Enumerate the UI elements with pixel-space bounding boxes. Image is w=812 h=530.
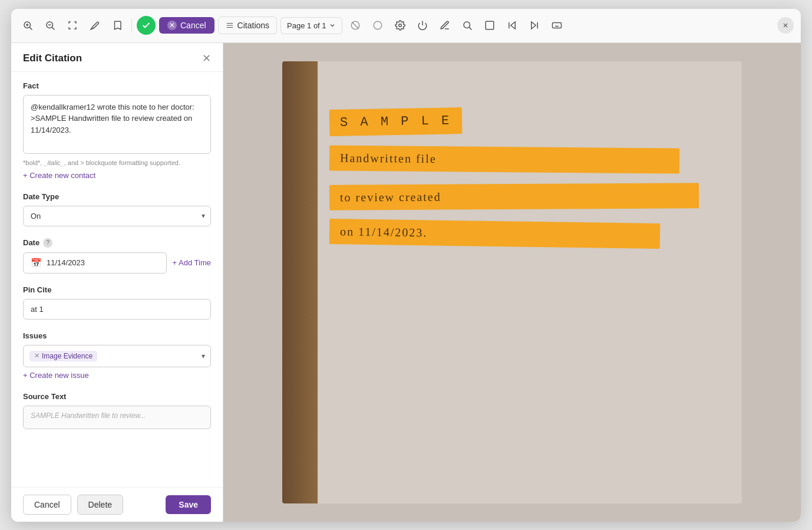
rect-button[interactable] (480, 16, 499, 35)
date-label: Date (23, 238, 39, 247)
search-button[interactable] (458, 16, 477, 35)
calendar-icon: 📅 (31, 258, 42, 268)
sticky-note-text-1: S A M P L E (340, 113, 452, 130)
pin-cite-field-group: Pin Cite (23, 285, 211, 320)
sticky-note-1: S A M P L E (329, 107, 463, 136)
settings-button[interactable] (391, 16, 410, 35)
svg-point-15 (464, 22, 470, 28)
svg-rect-22 (552, 23, 561, 28)
formatting-hint: *bold*, _italic_, and > blockquote forma… (23, 159, 211, 167)
svg-point-13 (398, 24, 401, 27)
page-indicator[interactable]: Page 1 of 1 (280, 17, 342, 34)
date-type-select[interactable]: On Before After Between Around (23, 206, 211, 226)
sticky-note-text-3: to review created (340, 189, 688, 204)
svg-line-1 (29, 27, 32, 29)
sticky-note-text-2: Handwritten file (340, 151, 669, 167)
app-window: ✕ Cancel Citations Page 1 of 1 (11, 9, 801, 522)
panel-header: Edit Citation ✕ (11, 43, 223, 72)
panel-body: Fact @kendallkramer12 wrote this note to… (11, 72, 223, 487)
sticky-note-4: on 11/14/2023. (329, 219, 661, 249)
pen-tool-button[interactable] (85, 16, 104, 35)
issues-tag-label: Image Evidence (42, 352, 93, 360)
source-text-label: Source Text (23, 392, 211, 401)
tag-chip-close-icon[interactable]: ✕ (34, 352, 39, 360)
zoom-out-button[interactable] (41, 16, 60, 35)
fact-field-group: Fact @kendallkramer12 wrote this note to… (23, 81, 211, 180)
zoom-in-button[interactable] (18, 16, 37, 35)
power-button[interactable] (413, 16, 432, 35)
svg-rect-17 (486, 21, 494, 29)
document-panel: S A M P L E Handwritten file to review c… (223, 43, 801, 522)
date-input-wrapper: 📅 (23, 252, 167, 274)
svg-line-5 (52, 27, 54, 29)
footer-delete-button[interactable]: Delete (77, 495, 123, 515)
svg-line-16 (469, 27, 471, 29)
date-row: 📅 + Add Time (23, 252, 211, 274)
issues-select-box[interactable]: ✕ Image Evidence ▾ (23, 345, 211, 367)
create-issue-link[interactable]: + Create new issue (23, 371, 89, 380)
date-field-group: Date ? 📅 + Add Time (23, 238, 211, 274)
issues-select-wrapper: ✕ Image Evidence ▾ (23, 345, 211, 367)
page-label: Page 1 of 1 (287, 21, 326, 30)
keyboard-button[interactable] (547, 16, 566, 35)
prev-page-button[interactable] (503, 16, 521, 35)
handwritten-content: S A M P L E Handwritten file to review c… (329, 108, 718, 456)
date-type-select-wrapper: On Before After Between Around ▾ (23, 206, 211, 226)
source-text-field-group: Source Text SAMPLE Handwritten file to r… (23, 392, 211, 429)
cancel-toolbar-button[interactable]: ✕ Cancel (159, 17, 214, 34)
undo-circle-button[interactable] (368, 16, 387, 35)
panel-footer: Cancel Delete Save (11, 487, 223, 522)
pencil-button[interactable] (435, 16, 454, 35)
pin-cite-input[interactable] (23, 299, 211, 320)
pin-cite-label: Pin Cite (23, 285, 211, 294)
window-close-button[interactable] (777, 17, 794, 34)
panel-close-button[interactable]: ✕ (202, 53, 211, 64)
toolbar: ✕ Cancel Citations Page 1 of 1 (11, 9, 801, 43)
svg-marker-18 (510, 22, 515, 29)
issues-label: Issues (23, 331, 211, 340)
fit-page-button[interactable] (63, 16, 82, 35)
citations-button[interactable]: Citations (218, 17, 277, 34)
fact-textarea[interactable]: @kendallkramer12 wrote this note to her … (23, 95, 211, 154)
footer-cancel-button[interactable]: Cancel (23, 495, 71, 515)
svg-marker-20 (531, 22, 536, 29)
fact-label: Fact (23, 81, 211, 90)
document-page: S A M P L E Handwritten file to review c… (282, 61, 742, 503)
bookmark-button[interactable] (108, 16, 127, 35)
svg-point-12 (374, 21, 382, 29)
panel-title: Edit Citation (23, 52, 82, 64)
main-content: Edit Citation ✕ Fact @kendallkramer12 wr… (11, 43, 801, 522)
date-type-field-group: Date Type On Before After Between Around… (23, 192, 211, 226)
sticky-note-text-4: on 11/14/2023. (340, 225, 649, 242)
issues-field-group: Issues ✕ Image Evidence ▾ + Create new i… (23, 331, 211, 380)
citations-label: Citations (237, 21, 269, 30)
svg-line-11 (352, 22, 359, 29)
cancel-icon: ✕ (167, 21, 177, 30)
sticky-note-2: Handwritten file (329, 145, 679, 173)
left-panel: Edit Citation ✕ Fact @kendallkramer12 wr… (11, 43, 223, 522)
date-type-label: Date Type (23, 192, 211, 201)
date-input[interactable] (47, 258, 159, 267)
toolbar-divider-1 (131, 18, 132, 32)
date-label-row: Date ? (23, 238, 211, 248)
no-circle-button[interactable] (346, 16, 365, 35)
issues-tag-chip: ✕ Image Evidence (29, 351, 97, 361)
issues-chevron-icon: ▾ (202, 352, 205, 360)
create-contact-link[interactable]: + Create new contact (23, 171, 95, 180)
source-text-preview: SAMPLE Handwritten file to review... (23, 406, 211, 429)
add-time-button[interactable]: + Add Time (173, 258, 211, 267)
next-page-button[interactable] (525, 16, 544, 35)
footer-save-button[interactable]: Save (166, 495, 211, 514)
date-help-icon[interactable]: ? (43, 238, 52, 248)
cancel-label: Cancel (180, 21, 206, 30)
sticky-note-3: to review created (329, 183, 699, 210)
confirm-button[interactable] (137, 16, 156, 35)
